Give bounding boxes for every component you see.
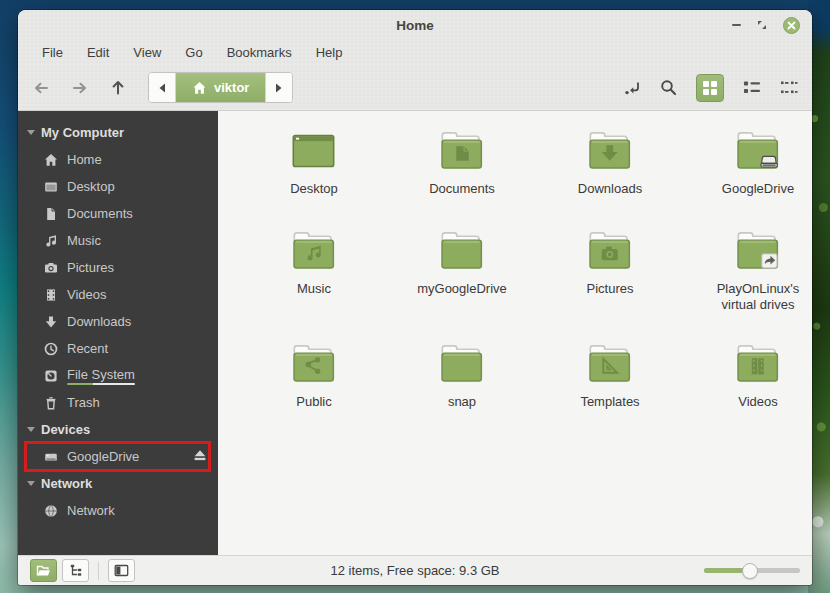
toggle-location-entry-button[interactable] [624,80,641,96]
sidebar-item-recent[interactable]: Recent [18,335,218,362]
sidebar: My Computer Home Desktop [18,111,218,555]
window-title: Home [396,18,434,33]
sidebar-item-googledrive[interactable]: GoogleDrive [18,443,218,470]
sidebar-section-devices[interactable]: Devices [18,416,218,443]
hide-sidebar-icon [114,564,129,577]
file-item-playonlinux-virtual-drives[interactable]: PlayOnLinux's virtual drives [684,227,812,340]
back-button[interactable] [32,80,50,96]
videos-folder-icon [729,340,787,388]
menu-edit[interactable]: Edit [87,45,109,60]
home-icon [44,153,58,167]
maximize-button[interactable] [756,19,768,31]
search-button[interactable] [660,79,677,96]
chevron-down-icon [27,427,35,432]
grid-view-icon [703,81,717,95]
compact-view-button[interactable] [780,80,798,95]
file-item-pictures[interactable]: Pictures [536,227,684,340]
trash-icon [44,396,58,410]
breadcrumb-folder-label: viktor [214,80,249,95]
file-item-downloads[interactable]: Downloads [536,127,684,227]
file-view[interactable]: Desktop Documents [218,111,812,555]
plain-folder-icon [433,340,491,388]
status-summary: 12 items, Free space: 9.3 GB [18,563,812,578]
tree-view-icon [69,564,83,577]
list-view-button[interactable] [743,80,761,95]
eject-button[interactable] [193,449,207,465]
chevron-down-icon [27,130,35,135]
film-icon [44,288,58,302]
zoom-slider-thumb[interactable] [742,563,758,579]
file-system-label: File System [67,367,135,382]
sidebar-places-toggle-button[interactable] [30,559,57,582]
forward-button[interactable] [71,80,89,96]
sidebar-item-desktop[interactable]: Desktop [18,173,218,200]
close-icon [787,21,796,30]
plain-folder-icon [433,227,491,275]
globe-icon [44,504,58,518]
sidebar-item-trash[interactable]: Trash [18,389,218,416]
navigation-buttons [32,79,126,96]
menu-view[interactable]: View [133,45,161,60]
documents-folder-icon [433,127,491,175]
title-bar[interactable]: Home [18,10,812,40]
file-grid: Desktop Documents [240,127,812,410]
minimize-button[interactable] [732,24,741,26]
sidebar-item-pictures[interactable]: Pictures [18,254,218,281]
sidebar-tree-toggle-button[interactable] [62,559,89,582]
home-icon [192,81,207,95]
breadcrumb: viktor [148,72,293,103]
eject-icon [193,449,207,462]
desktop-icon [44,180,58,194]
pictures-folder-icon [581,227,639,275]
menu-bar: File Edit View Go Bookmarks Help [18,40,812,65]
breadcrumb-current-folder[interactable]: viktor [176,73,265,102]
menu-go[interactable]: Go [185,45,202,60]
drive-icon [44,450,58,464]
sidebar-section-my-computer[interactable]: My Computer [18,119,218,146]
sidebar-item-music[interactable]: Music [18,227,218,254]
file-item-public[interactable]: Public [240,340,388,410]
file-item-templates[interactable]: Templates [536,340,684,410]
hide-sidebar-button[interactable] [108,559,135,582]
file-item-mygoogledrive[interactable]: myGoogleDrive [388,227,536,340]
sidebar-item-network[interactable]: Network [18,497,218,524]
sidebar-item-home[interactable]: Home [18,146,218,173]
sidebar-item-file-system[interactable]: File System [18,362,218,389]
chevron-left-icon [158,83,166,93]
filesystem-icon [44,369,58,383]
status-bar: 12 items, Free space: 9.3 GB [18,555,812,585]
sidebar-item-documents[interactable]: Documents [18,200,218,227]
menu-file[interactable]: File [42,45,63,60]
public-folder-icon [285,340,343,388]
file-manager-window: Home File Edit View Go Bo [18,10,812,585]
music-note-icon [44,234,58,248]
icon-view-button[interactable] [696,74,724,102]
sidebar-item-videos[interactable]: Videos [18,281,218,308]
up-button[interactable] [110,79,126,96]
statusbar-separator [98,562,99,580]
file-item-desktop[interactable]: Desktop [240,127,388,227]
breadcrumb-scroll-right-button[interactable] [265,73,292,102]
file-item-music[interactable]: Music [240,227,388,340]
downloads-folder-icon [581,127,639,175]
menu-help[interactable]: Help [316,45,343,60]
desktop-wallpaper: Home File Edit View Go Bo [0,0,830,593]
window-body: My Computer Home Desktop [18,111,812,555]
file-item-videos[interactable]: Videos [684,340,812,410]
zoom-slider[interactable] [704,563,800,579]
file-item-googledrive[interactable]: GoogleDrive [684,127,812,227]
maximize-icon [756,19,768,31]
breadcrumb-scroll-left-button[interactable] [149,73,176,102]
file-item-snap[interactable]: snap [388,340,536,410]
close-button[interactable] [783,17,800,34]
templates-folder-icon [581,340,639,388]
filesystem-usage-bar [67,383,135,385]
sidebar-item-downloads[interactable]: Downloads [18,308,218,335]
file-item-documents[interactable]: Documents [388,127,536,227]
sidebar-section-network[interactable]: Network [18,470,218,497]
symlink-folder-icon [729,227,787,275]
chevron-right-icon [275,83,283,93]
menu-bookmarks[interactable]: Bookmarks [227,45,292,60]
desktop-folder-icon [285,127,343,175]
music-folder-icon [285,227,343,275]
